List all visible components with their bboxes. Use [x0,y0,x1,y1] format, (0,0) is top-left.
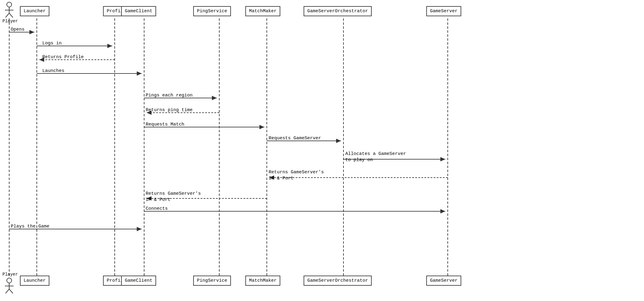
pingservice-box-top: PingService [193,6,231,16]
matchmaker-box-bottom: MatchMaker [245,276,280,286]
msg-launches: Launches [42,68,64,73]
gameserver-box-top: GameServer [426,6,461,16]
msg-logsin: Logs in [42,41,62,46]
svg-point-24 [7,2,12,7]
svg-line-27 [6,13,9,17]
gso-box-top: GameServerOrchestrator [304,6,372,16]
svg-point-29 [7,278,12,283]
sequence-diagram: Player Launcher Profile GameClient PingS… [0,0,644,301]
msg-requests-gameserver: Requests GameServer [269,136,321,141]
msg-requests-match: Requests Match [146,122,184,127]
gameserver-box-bottom: GameServer [426,276,461,286]
pingservice-box-bottom: PingService [193,276,231,286]
msg-returns-profile: Returns Profile [42,55,84,60]
gso-box-bottom: GameServerOrchestrator [304,276,372,286]
svg-line-33 [9,289,13,293]
msg-returns-gs-ip-2: Returns GameServer'sIP & Port [146,191,201,203]
msg-opens: Opens [11,27,25,32]
launcher-box-bottom: Launcher [20,276,49,286]
svg-line-32 [6,289,9,293]
msg-connects: Connects [146,206,168,211]
player-label-top: Player [2,19,16,24]
matchmaker-box-top: MatchMaker [245,6,280,16]
msg-plays: Plays the Game [11,224,49,229]
gameclient-box-top: GameClient [121,6,156,16]
msg-pings: Pings each region [146,93,193,98]
player-figure-top: Player [2,2,16,24]
msg-allocates: Allocates a GameServerto play on [345,151,406,163]
player-icon-bottom [2,277,16,294]
player-figure-bottom: Player [2,272,16,296]
player-icon-top [2,2,16,18]
arrows-svg [0,0,644,301]
msg-returns-ping: Returns ping time [146,107,193,113]
player-label-bottom: Player [2,272,16,277]
gameclient-box-bottom: GameClient [121,276,156,286]
launcher-box-top: Launcher [20,6,49,16]
svg-line-28 [9,13,13,17]
msg-returns-gs-ip-1: Returns GameServer'sIP & Port [269,169,324,181]
